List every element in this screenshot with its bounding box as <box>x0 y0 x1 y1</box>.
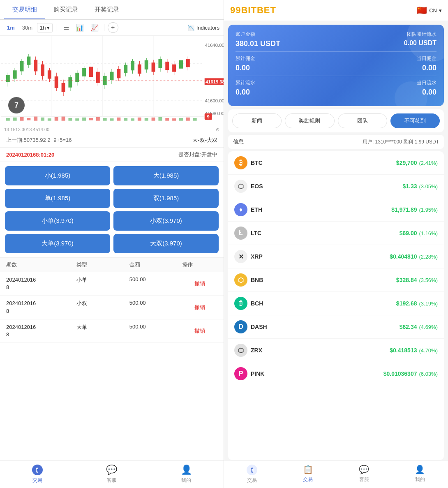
svg-rect-80 <box>124 118 127 121</box>
svg-rect-35 <box>96 72 100 83</box>
time-dropdown[interactable]: 1h ▾ <box>37 23 52 32</box>
svg-rect-49 <box>145 60 148 69</box>
x-label-2: 13:45 <box>27 127 38 132</box>
row2-amount: 500.00 <box>129 300 182 315</box>
team-btn[interactable]: 团队 <box>338 113 387 128</box>
xrp-icon: ✕ <box>234 250 247 263</box>
svg-rect-71 <box>62 117 65 121</box>
svg-rect-65 <box>20 117 24 121</box>
zrx-icon: ⬡ <box>234 344 247 357</box>
dash-price: $62.34 <box>400 324 417 330</box>
right-nav-btc[interactable]: ₿ 交易 <box>224 460 280 488</box>
flag-icon: 🇨🇳 <box>417 5 427 15</box>
list-item[interactable]: D DASH $62.34 (4.69%) <box>228 315 444 339</box>
bet-odd-btn[interactable]: 单(1.985) <box>5 189 110 208</box>
eos-price: $1.33 <box>402 183 417 190</box>
news-btn[interactable]: 新闻 <box>232 113 282 128</box>
right-nav-service-label: 客服 <box>359 476 369 483</box>
countdown-timer: 01:20 <box>41 152 54 158</box>
ltc-icon: Ł <box>234 227 247 240</box>
list-item[interactable]: Ł LTC $69.00 (1.16%) <box>228 222 444 245</box>
bet-big-btn[interactable]: 大(1.985) <box>113 166 219 185</box>
right-nav-trade-icon: 📋 <box>303 465 313 474</box>
list-item[interactable]: P PINK $0.01036307 (6.03%) <box>228 362 444 385</box>
indicators-btn[interactable]: 📉 Indicators <box>188 25 219 31</box>
list-item[interactable]: ⬡ ZRX $0.418513 (4.70%) <box>228 339 444 362</box>
svg-rect-23 <box>55 76 58 88</box>
left-nav-trade[interactable]: ₿ 交易 <box>0 460 74 488</box>
card-divider2 <box>236 76 436 76</box>
list-item[interactable]: ⬡ EOS $1.33 (3.05%) <box>228 175 444 198</box>
bet-small-odd-btn[interactable]: 小单(3.970) <box>5 211 110 231</box>
row3-cancel-btn[interactable]: 撤销 <box>182 324 217 338</box>
bet-even-btn[interactable]: 双(1.985) <box>113 189 219 208</box>
cumulative-flow-label: 累计流水 <box>236 79 336 86</box>
bnb-price: $328.84 <box>396 277 417 283</box>
chart-toolbar: 1m 30m 1h ▾ ⚌ 📊 📈 + 📉 Indicators <box>0 20 224 36</box>
bet-small-even-btn[interactable]: 小双(3.970) <box>113 211 219 231</box>
list-item[interactable]: ₿ BCH $192.68 (3.19%) <box>228 292 444 315</box>
right-nav-service[interactable]: 💬 客服 <box>336 460 392 488</box>
cumulative-commission-section: 累计佣金 0.00 <box>236 55 336 72</box>
top-bar: 99BITBET 🇨🇳 CN ▾ <box>224 0 448 21</box>
time-1m-btn[interactable]: 1m <box>4 23 18 32</box>
svg-rect-67 <box>34 117 37 121</box>
tab-purchase-record[interactable]: 购买记录 <box>45 0 86 19</box>
list-item[interactable]: ₿ BTC $29,700 (2.41%) <box>228 151 444 175</box>
right-nav-trade[interactable]: 📋 交易 <box>280 460 336 488</box>
prev-period-info: 上一期:50735.92 2+9+5=16 <box>6 136 72 144</box>
tab-trading-detail[interactable]: 交易明细 <box>4 0 45 19</box>
list-item[interactable]: ✕ XRP $0.404810 (2.28%) <box>228 245 444 268</box>
line-chart-icon[interactable]: 📈 <box>88 23 101 33</box>
btc-price: $29,700 <box>396 160 417 166</box>
svg-rect-73 <box>75 118 79 121</box>
zrx-price: $0.418513 <box>390 347 417 354</box>
today-commission-value: 0.00 <box>336 64 437 72</box>
row1-cancel-btn[interactable]: 撤销 <box>182 276 217 291</box>
dash-name: DASH <box>251 324 400 330</box>
col-period: 期数 <box>6 261 76 268</box>
svg-rect-90 <box>193 118 197 121</box>
bch-price: $192.68 <box>396 300 417 307</box>
bar-chart-icon[interactable]: 📊 <box>74 23 86 33</box>
row2-cancel-btn[interactable]: 撤销 <box>182 300 217 315</box>
bitcoin-icon: ₿ <box>32 465 43 475</box>
right-nav-mine[interactable]: 👤 我的 <box>392 460 448 488</box>
language-selector[interactable]: 🇨🇳 CN ▾ <box>417 5 442 15</box>
svg-rect-83 <box>145 118 148 121</box>
service-icon: 💬 <box>106 465 117 475</box>
bet-small-btn[interactable]: 小(1.985) <box>5 166 110 185</box>
svg-rect-85 <box>158 117 162 121</box>
team-flow-value: 0.00 USDT <box>336 39 437 47</box>
bnb-icon: ⬡ <box>234 273 247 287</box>
info-ticker: 信息 用户: 1310****000 盈利 1.99 USDT <box>228 135 444 149</box>
bet-big-even-btn[interactable]: 大双(3.970) <box>113 234 219 253</box>
tab-lottery-record[interactable]: 开奖记录 <box>86 0 127 19</box>
brand-accent: BIT <box>241 5 256 15</box>
svg-rect-75 <box>89 118 93 120</box>
left-nav-service[interactable]: 💬 客服 <box>74 460 149 488</box>
brand-bet: BET <box>257 5 276 15</box>
balance-label: 账户金额 <box>236 31 336 38</box>
add-indicator-btn[interactable]: + <box>108 22 118 33</box>
eye-icon[interactable]: ⊙ <box>216 127 219 132</box>
left-nav-mine[interactable]: 👤 我的 <box>149 460 224 488</box>
ticker-tab-label[interactable]: 信息 <box>233 138 244 146</box>
list-item[interactable]: ⬡ BNB $328.84 (3.56%) <box>228 268 444 292</box>
checkin-btn[interactable]: 不可签到 <box>390 113 440 128</box>
bet-buttons-grid: 小(1.985) 大(1.985) 单(1.985) 双(1.985) 小单(3… <box>0 162 224 258</box>
eth-price: $1,971.89 <box>391 206 417 213</box>
bet-big-odd-btn[interactable]: 大单(3.970) <box>5 234 110 253</box>
crypto-list: ₿ BTC $29,700 (2.41%) ⬡ EOS $1.33 (3.05%… <box>228 151 444 460</box>
svg-rect-43 <box>124 65 127 73</box>
candle-type-icon[interactable]: ⚌ <box>61 23 71 33</box>
svg-rect-55 <box>165 62 169 70</box>
btc-icon: ₿ <box>234 156 247 169</box>
svg-rect-89 <box>186 118 190 121</box>
list-item[interactable]: ♦ ETH $1,971.89 (1.95%) <box>228 198 444 222</box>
time-30m-btn[interactable]: 30m <box>19 23 35 32</box>
pink-name: PINK <box>251 370 383 377</box>
col-type: 类型 <box>76 261 129 268</box>
right-nav-btc-label: 交易 <box>247 477 257 484</box>
rewards-btn[interactable]: 奖励规则 <box>285 113 334 128</box>
